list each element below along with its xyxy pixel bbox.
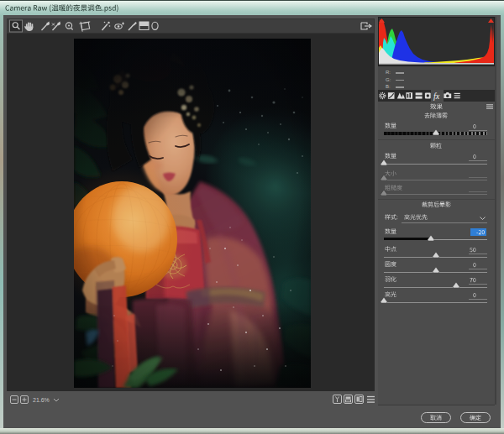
svg-text:21.6%: 21.6% xyxy=(33,397,50,403)
svg-text:fx: fx xyxy=(433,92,440,101)
